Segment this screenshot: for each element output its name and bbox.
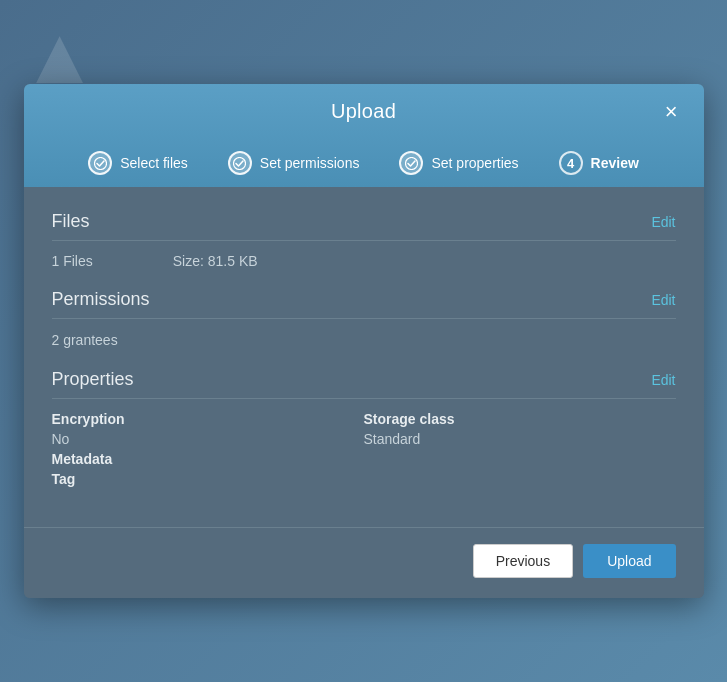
files-count: 1 Files xyxy=(52,253,93,269)
files-size: Size: 81.5 KB xyxy=(173,253,258,269)
step-label-review: Review xyxy=(591,155,639,171)
steps-row: Select files Set permissions xyxy=(44,139,684,187)
modal-body: Files Edit 1 Files Size: 81.5 KB Permiss… xyxy=(24,187,704,527)
tag-label: Tag xyxy=(52,471,676,487)
properties-grid: Encryption No Storage class Standard xyxy=(52,411,676,447)
step-icon-select-files xyxy=(88,151,112,175)
storage-class-item: Storage class Standard xyxy=(364,411,676,447)
step-icon-set-properties xyxy=(399,151,423,175)
modal-header: Upload × Select files xyxy=(24,84,704,187)
step-icon-review: 4 xyxy=(559,151,583,175)
files-section-header: Files Edit xyxy=(52,211,676,232)
encryption-item: Encryption No xyxy=(52,411,364,447)
permissions-edit-button[interactable]: Edit xyxy=(651,292,675,308)
files-section-title: Files xyxy=(52,211,90,232)
permissions-section-header: Permissions Edit xyxy=(52,289,676,310)
grantees-count: 2 grantees xyxy=(52,332,118,348)
checkmark-icon xyxy=(94,157,107,170)
close-button[interactable]: × xyxy=(659,99,684,125)
modal-overlay: Upload × Select files xyxy=(0,0,727,682)
encryption-value: No xyxy=(52,431,364,447)
tag-item: Tag xyxy=(52,471,676,487)
properties-section: Properties Edit Encryption No Storage cl… xyxy=(52,369,676,487)
previous-button[interactable]: Previous xyxy=(473,544,573,578)
modal-title: Upload xyxy=(331,100,396,123)
metadata-item: Metadata xyxy=(52,451,676,467)
step-set-permissions: Set permissions xyxy=(208,139,380,187)
upload-modal: Upload × Select files xyxy=(24,84,704,598)
files-section: Files Edit 1 Files Size: 81.5 KB xyxy=(52,211,676,269)
files-info-row: 1 Files Size: 81.5 KB xyxy=(52,253,676,269)
modal-title-row: Upload × xyxy=(44,100,684,123)
metadata-label: Metadata xyxy=(52,451,676,467)
checkmark-icon-2 xyxy=(233,157,246,170)
properties-edit-button[interactable]: Edit xyxy=(651,372,675,388)
encryption-label: Encryption xyxy=(52,411,364,427)
properties-section-header: Properties Edit xyxy=(52,369,676,390)
files-edit-button[interactable]: Edit xyxy=(651,214,675,230)
step-select-files: Select files xyxy=(68,139,208,187)
permissions-section-title: Permissions xyxy=(52,289,150,310)
permissions-section: Permissions Edit 2 grantees xyxy=(52,289,676,349)
step-number-review: 4 xyxy=(567,156,574,171)
step-label-select-files: Select files xyxy=(120,155,188,171)
step-review: 4 Review xyxy=(539,139,659,187)
step-set-properties: Set properties xyxy=(379,139,538,187)
files-divider xyxy=(52,240,676,241)
properties-section-title: Properties xyxy=(52,369,134,390)
step-label-set-properties: Set properties xyxy=(431,155,518,171)
upload-button[interactable]: Upload xyxy=(583,544,675,578)
step-icon-set-permissions xyxy=(228,151,252,175)
storage-class-label: Storage class xyxy=(364,411,676,427)
permissions-divider xyxy=(52,318,676,319)
properties-divider xyxy=(52,398,676,399)
step-label-set-permissions: Set permissions xyxy=(260,155,360,171)
checkmark-icon-3 xyxy=(405,157,418,170)
storage-class-value: Standard xyxy=(364,431,676,447)
modal-footer: Previous Upload xyxy=(24,527,704,598)
